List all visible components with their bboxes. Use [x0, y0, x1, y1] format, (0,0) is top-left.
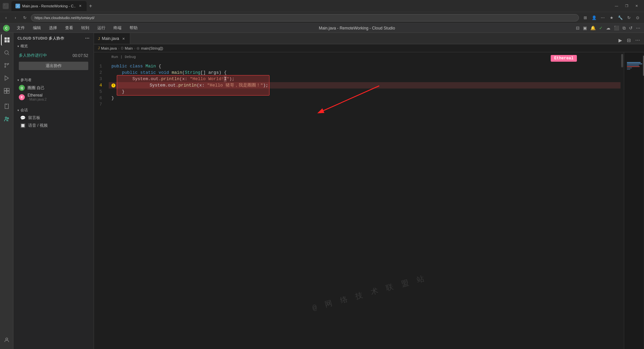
sidebar-header: CLOUD STUDIO 多人协作 ··· — [13, 33, 94, 42]
sync-icon[interactable]: ↻ — [625, 14, 633, 21]
check-icon[interactable]: ✓ — [598, 25, 604, 31]
refresh2-icon[interactable]: ↺ — [628, 25, 634, 31]
self-avatar: Q — [19, 85, 25, 91]
voice-video[interactable]: 🔲 语音 / 视频 — [13, 122, 94, 129]
svg-rect-8 — [7, 89, 9, 91]
editor-tabs: J Main.java ✕ ▶ ⊟ ⋯ — [94, 33, 644, 44]
menu-bar: C 文件 编辑 选择 查看 转到 运行 终端 帮助 Main.java - Re… — [0, 23, 644, 33]
debug-icon[interactable] — [1, 72, 12, 84]
menu-file[interactable]: 文件 — [15, 24, 26, 32]
exit-collab-button[interactable]: 退出协作 — [19, 62, 88, 70]
refresh-button[interactable]: ↻ — [21, 14, 28, 21]
breadcrumb-sep2: › — [134, 46, 136, 50]
accounts-icon[interactable] — [1, 334, 12, 346]
svg-point-13 — [6, 338, 8, 340]
java-file-icon: J — [98, 37, 100, 41]
message-board[interactable]: 💬 留言板 — [13, 114, 94, 122]
address-bar[interactable] — [31, 14, 579, 21]
warning-icon: ! — [111, 83, 115, 88]
source-control-icon[interactable] — [1, 60, 12, 71]
breadcrumb-class-icon: ⟨⟩ — [121, 46, 123, 50]
overview-content: 多人协作进行中 00:07:52 退出协作 — [13, 50, 94, 73]
search-icon[interactable] — [1, 47, 12, 58]
testing-icon[interactable] — [1, 101, 12, 112]
participants-label: 参与者 — [20, 77, 32, 82]
breadcrumb-file-icon: J — [98, 46, 100, 50]
notifications-icon[interactable]: 🔔 — [589, 25, 597, 31]
tab-close-button[interactable]: ✕ — [78, 4, 83, 8]
overview-label: 概览 — [20, 44, 28, 49]
breadcrumb: J Main.java › ⟨⟩ Main › ◎ main(String[]) — [94, 44, 644, 52]
activity-bar — [0, 33, 13, 349]
split-view-icon[interactable]: ⊟ — [625, 37, 633, 44]
breadcrumb-method-icon: ◎ — [137, 46, 140, 50]
sidebar-more-button[interactable]: ··· — [85, 36, 90, 41]
bookmark-icon[interactable]: ⊙ — [634, 14, 641, 21]
split-editor-icon[interactable]: ⊟ — [575, 25, 581, 31]
breadcrumb-class[interactable]: Main — [125, 46, 133, 50]
code-editor[interactable]: Run | Debug Ethereal 1 2 3 4 5 6 7 — [94, 52, 644, 349]
code-line-7 — [109, 101, 621, 108]
explorer-icon[interactable] — [1, 34, 12, 46]
code-line-6: } — [109, 95, 621, 101]
settings-activity-icon[interactable] — [1, 347, 12, 349]
ethereal-sublabel: · Main.java:2 — [28, 98, 47, 101]
collaboration-icon[interactable] — [1, 113, 12, 125]
minimize-button[interactable]: — — [612, 1, 621, 11]
overview-section[interactable]: ▾ 概览 — [13, 42, 94, 50]
editor-tab-actions: ▶ ⊟ ⋯ — [616, 37, 644, 44]
breadcrumb-sep1: › — [118, 46, 119, 50]
extensions-activity-icon[interactable] — [1, 85, 12, 97]
participant-ethereal: E Ethereal · Main.java:2 — [13, 92, 94, 102]
tab-close-button[interactable]: ✕ — [121, 36, 126, 41]
participants-section: ▾ 参与者 Q 圈圈 自己 E Ethereal · Main.java:2 — [13, 76, 94, 102]
svg-point-12 — [7, 118, 8, 119]
annotation-label: Ethereal — [554, 56, 574, 61]
extensions-icon[interactable]: ⊞ — [582, 14, 589, 21]
svg-point-2 — [5, 51, 8, 54]
back-button[interactable]: ‹ — [3, 14, 9, 21]
breadcrumb-method[interactable]: main(String[]) — [141, 46, 163, 50]
participants-title[interactable]: ▾ 参与者 — [13, 76, 94, 84]
svg-point-3 — [5, 66, 6, 67]
star-icon[interactable]: ★ — [608, 14, 615, 21]
svg-point-11 — [5, 117, 7, 119]
tab-filename: Main.java — [102, 36, 119, 41]
browser-tab[interactable]: J Main.java - RemoteWorking - C... ✕ — [11, 1, 87, 11]
restore-button[interactable]: ❐ — [622, 1, 631, 11]
new-tab-button[interactable]: + — [87, 2, 95, 10]
menu-edit[interactable]: 编辑 — [32, 24, 42, 32]
menu-goto[interactable]: 转到 — [80, 24, 91, 32]
menu-view[interactable]: 查看 — [64, 24, 75, 32]
tab-title: Main.java - RemoteWorking - C... — [22, 4, 76, 8]
chat-title[interactable]: ▾ 会话 — [13, 106, 94, 114]
more-icon[interactable]: ⋯ — [635, 25, 641, 31]
code-content[interactable]: public class Main { public static void m… — [109, 52, 621, 349]
menu-select[interactable]: 选择 — [48, 24, 58, 32]
breadcrumb-file[interactable]: Main.java — [101, 46, 117, 50]
layout-icon[interactable]: ▣ — [582, 25, 588, 31]
forward-button[interactable]: › — [12, 14, 19, 21]
extensions2-icon[interactable]: 🔧 — [616, 14, 624, 21]
scrollbar-thumb[interactable] — [621, 54, 623, 67]
menu-help[interactable]: 帮助 — [128, 24, 139, 32]
run-link[interactable]: Run — [111, 55, 118, 59]
menu-run[interactable]: 运行 — [96, 24, 107, 32]
code-line-1: public class Main { — [109, 63, 621, 69]
more-tabs-icon[interactable]: ⋯ — [634, 37, 641, 44]
editor-area: J Main.java ✕ ▶ ⊟ ⋯ J Main.java › ⟨⟩ Mai… — [94, 33, 644, 349]
copy-icon[interactable]: ⧉ — [622, 25, 627, 31]
ethereal-annotation: Ethereal — [551, 55, 577, 62]
editor-scrollbar[interactable] — [621, 52, 624, 349]
error-icon[interactable]: ⬛ — [613, 25, 620, 31]
svg-point-4 — [8, 63, 9, 64]
debug-link[interactable]: Debug — [125, 55, 136, 59]
main-java-tab[interactable]: J Main.java ✕ — [94, 33, 130, 44]
profile-icon[interactable]: 👤 — [590, 14, 598, 21]
self-name: 圈圈 自己 — [28, 85, 45, 91]
close-button[interactable]: ✕ — [632, 1, 641, 11]
menu-terminal[interactable]: 终端 — [112, 24, 123, 32]
settings-icon[interactable]: ⋯ — [599, 14, 606, 21]
cloud-icon[interactable]: ☁ — [605, 25, 611, 31]
run-button[interactable]: ▶ — [616, 37, 624, 44]
